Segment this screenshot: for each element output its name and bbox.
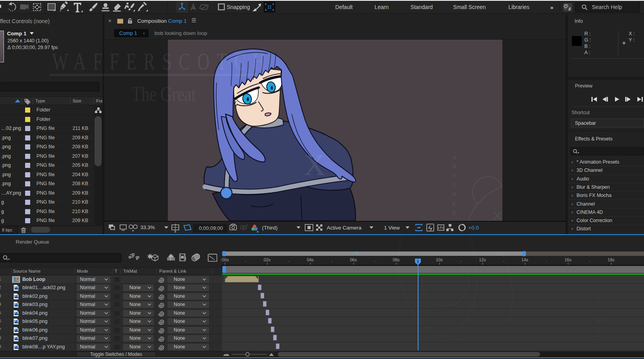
svg-text:Small Screen: Small Screen <box>453 4 486 10</box>
svg-text:Default: Default <box>335 4 353 10</box>
svg-text:Active Camera: Active Camera <box>327 225 362 231</box>
svg-text:H: H <box>452 191 456 197</box>
svg-text:»: » <box>550 4 553 11</box>
svg-text:1 View: 1 View <box>384 225 400 231</box>
svg-text:33.3%: 33.3% <box>140 224 155 230</box>
svg-text:+0.0: +0.0 <box>468 225 479 231</box>
svg-text:Libraries: Libraries <box>508 4 529 10</box>
svg-text:0;00;09;00: 0;00;09;00 <box>199 225 223 231</box>
svg-text:Learn: Learn <box>375 4 389 10</box>
svg-text:R: R <box>452 210 456 216</box>
svg-text:(Third): (Third) <box>262 225 278 231</box>
svg-text:Standard: Standard <box>411 4 433 10</box>
svg-text:A: A <box>452 155 457 160</box>
svg-text:O: O <box>452 173 456 179</box>
svg-text:N: N <box>452 164 456 169</box>
svg-text:Snapping: Snapping <box>227 4 250 10</box>
svg-text:T: T <box>453 182 456 188</box>
svg-text:Search Help: Search Help <box>592 4 622 10</box>
svg-text:X: X <box>304 148 326 181</box>
svg-text:E: E <box>453 201 456 207</box>
